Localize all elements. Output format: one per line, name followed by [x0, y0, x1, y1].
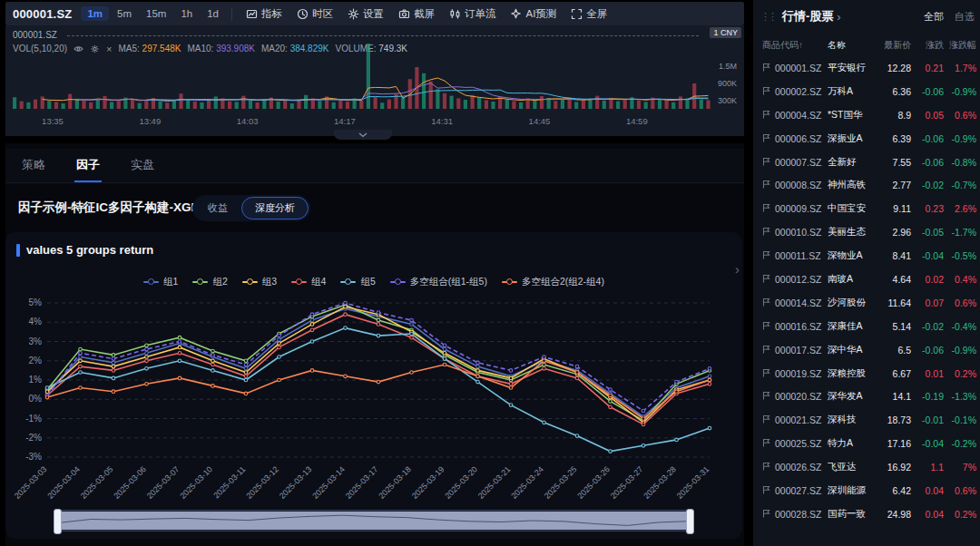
stock-change: -0.06: [911, 157, 944, 168]
stock-row[interactable]: 000019.SZ深粮控股6.670.010.2%: [753, 362, 980, 385]
indicators-button[interactable]: 指标: [239, 5, 289, 23]
sort-asc-icon[interactable]: ↑: [799, 40, 803, 50]
flag-icon[interactable]: [762, 368, 775, 379]
flag-icon[interactable]: [762, 157, 775, 168]
chevron-right-icon[interactable]: ›: [837, 10, 840, 24]
stock-row[interactable]: 000027.SZ深圳能源6.420.040.6%: [753, 479, 980, 502]
flag-icon[interactable]: [762, 345, 775, 356]
stock-change-pct: 7%: [944, 462, 976, 473]
stock-row[interactable]: 000028.SZ国药一致24.980.040.2%: [753, 502, 980, 526]
flag-icon[interactable]: [762, 180, 775, 190]
stock-row[interactable]: 000017.SZ深中华A6.5-0.06-0.9%: [753, 338, 980, 362]
fullscreen-button[interactable]: 全屏: [564, 5, 614, 23]
stock-row[interactable]: 000016.SZ深康佳A5.14-0.02-0.4%: [753, 315, 980, 338]
col-header[interactable]: 名称: [828, 39, 873, 52]
toggle-深度分析[interactable]: 深度分析: [241, 197, 309, 219]
col-header[interactable]: 涨跌: [911, 39, 944, 52]
timezone-button[interactable]: 时区: [289, 5, 340, 23]
drag-handle-icon[interactable]: ⋮⋮: [760, 11, 775, 23]
flag-icon[interactable]: [762, 133, 775, 144]
watchlist-column-headers: 商品代码↑名称最新价涨跌涨跌幅: [753, 36, 980, 54]
timeframe-5m[interactable]: 5m: [111, 6, 138, 21]
flag-icon[interactable]: [762, 63, 775, 73]
orderflow-button[interactable]: 订单流: [442, 5, 504, 23]
stock-row[interactable]: 000006.SZ深振业A6.39-0.06-0.9%: [753, 127, 980, 151]
timeframe-1d[interactable]: 1d: [201, 6, 225, 21]
stock-row[interactable]: 000007.SZ全新好7.55-0.06-0.8%: [753, 151, 980, 174]
watchlist-title: 行情-股票: [782, 8, 833, 24]
svg-text:2025-03-11: 2025-03-11: [211, 464, 247, 500]
flag-icon[interactable]: [762, 462, 775, 473]
legend-marker: [340, 278, 356, 286]
data-zoom-slider[interactable]: [56, 510, 691, 531]
data-zoom-handle-left[interactable]: [54, 509, 62, 534]
col-header[interactable]: 涨跌幅: [944, 39, 976, 52]
factor-chart-panel: values 5 groups return › 组1组2组3组4组5多空组合(…: [5, 232, 742, 539]
filter-watchlist[interactable]: 自选: [955, 10, 975, 24]
timeframe-1m[interactable]: 1m: [81, 6, 109, 21]
dz-wave-path: [59, 515, 691, 525]
stock-row[interactable]: 000014.SZ沙河股份11.640.070.6%: [753, 291, 980, 315]
filter-all[interactable]: 全部: [924, 10, 944, 24]
stock-code: 000002.SZ: [775, 86, 828, 97]
flag-icon[interactable]: [762, 391, 775, 402]
flag-icon[interactable]: [762, 485, 775, 496]
toggle-收益[interactable]: 收益: [194, 197, 241, 219]
collapse-chart-button[interactable]: [334, 130, 392, 140]
flag-icon[interactable]: [762, 227, 775, 238]
stock-row[interactable]: 000012.SZ南玻A4.640.020.4%: [753, 268, 980, 291]
stock-row[interactable]: 000026.SZ飞亚达16.921.17%: [753, 455, 980, 479]
stock-change: 0.05: [911, 110, 944, 121]
flag-icon[interactable]: [762, 321, 775, 332]
stock-row[interactable]: 000025.SZ特力A17.16-0.04-0.2%: [753, 432, 980, 455]
flag-icon[interactable]: [762, 414, 775, 425]
panel-expander-icon[interactable]: ›: [735, 261, 740, 277]
legend-item[interactable]: 组4: [291, 276, 326, 288]
settings-button[interactable]: 设置: [340, 5, 391, 23]
legend-item[interactable]: 多空组合(组1-组5): [390, 276, 487, 288]
flag-icon[interactable]: [762, 86, 775, 97]
timeframe-15m[interactable]: 15m: [140, 6, 172, 21]
legend-item[interactable]: 多空组合2(组2-组4): [502, 276, 604, 288]
stock-row[interactable]: 000021.SZ深科技18.73-0.01-0.1%: [753, 408, 980, 432]
screenshot-button[interactable]: 截屏: [391, 5, 442, 23]
data-zoom-handle-right[interactable]: [686, 509, 694, 534]
stock-row[interactable]: 000010.SZ美丽生态2.96-0.05-1.7%: [753, 220, 980, 244]
legend-item[interactable]: 组5: [340, 276, 375, 288]
stock-row[interactable]: 000008.SZ神州高铁2.77-0.02-0.7%: [753, 173, 980, 197]
tab-策略[interactable]: 策略: [20, 149, 47, 182]
legend-item[interactable]: 组2: [192, 276, 227, 288]
flag-icon[interactable]: [762, 203, 775, 214]
legend-item[interactable]: 组1: [143, 276, 178, 288]
stock-change-pct: 0.2%: [944, 509, 976, 520]
flag-icon[interactable]: [762, 250, 775, 261]
col-code[interactable]: 商品代码↑: [762, 39, 828, 52]
stock-row[interactable]: 000004.SZ*ST国华8.90.050.6%: [753, 103, 980, 127]
ai-predict-button[interactable]: AI预测: [503, 5, 564, 23]
col-header[interactable]: 最新价: [873, 39, 911, 52]
stock-row[interactable]: 000002.SZ万科A6.36-0.06-0.9%: [753, 80, 980, 103]
stock-row[interactable]: 000009.SZ中国宝安9.110.232.6%: [753, 197, 980, 220]
time-axis-tick: 13:49: [139, 116, 161, 126]
flag-icon[interactable]: [762, 438, 775, 449]
stock-price: 8.41: [873, 250, 911, 261]
stock-row[interactable]: 000001.SZ平安银行12.280.211.7%: [753, 56, 980, 80]
stock-change-pct: 2.6%: [944, 203, 976, 214]
timeframe-1h[interactable]: 1h: [174, 6, 199, 21]
stock-code: 000028.SZ: [775, 509, 828, 520]
title-accent-bar: [16, 244, 20, 257]
stock-code: 000001.SZ: [775, 63, 828, 73]
flag-icon[interactable]: [762, 297, 775, 308]
svg-text:2025-03-07: 2025-03-07: [145, 464, 181, 501]
flag-icon[interactable]: [762, 274, 775, 285]
stock-price: 24.98: [873, 509, 911, 520]
stock-name: 沙河股份: [828, 297, 873, 309]
flag-icon[interactable]: [762, 110, 775, 121]
flag-icon[interactable]: [762, 509, 775, 520]
stock-price: 16.92: [873, 462, 911, 473]
stock-row[interactable]: 000011.SZ深物业A8.41-0.04-0.5%: [753, 244, 980, 268]
tab-因子[interactable]: 因子: [74, 149, 102, 182]
tab-实盘[interactable]: 实盘: [129, 149, 156, 182]
stock-row[interactable]: 000020.SZ深华发A14.1-0.19-1.3%: [753, 385, 980, 408]
legend-item[interactable]: 组3: [242, 276, 277, 288]
